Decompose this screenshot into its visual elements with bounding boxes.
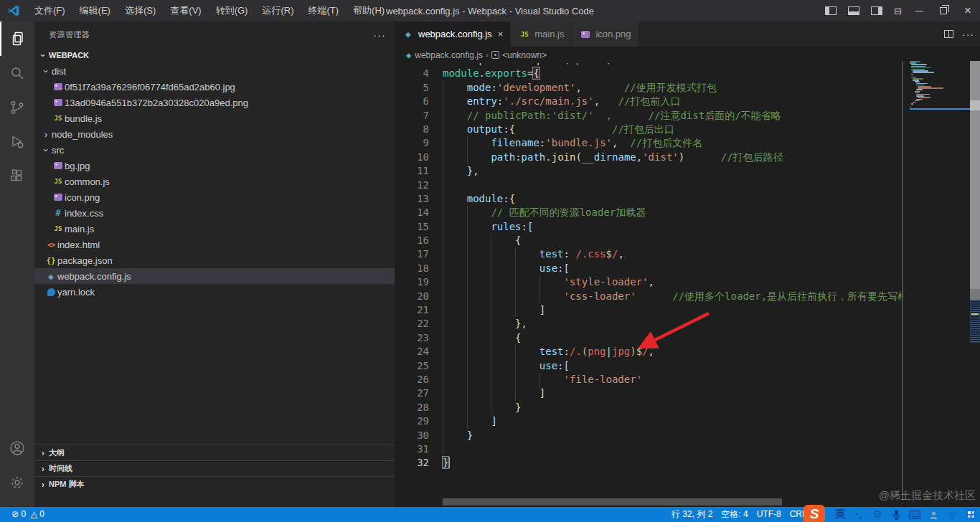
horizontal-scrollbar[interactable] (443, 498, 782, 506)
folder-item-node_modules[interactable]: ›node_modules (34, 126, 395, 142)
run-debug-icon[interactable] (0, 125, 34, 159)
menu-item-1[interactable]: 编辑(E) (72, 0, 118, 22)
code-line-10[interactable]: 10path:path.join(__dirname,'dist') //打包后… (395, 151, 903, 164)
ime-profile-icon[interactable] (924, 508, 943, 520)
file-item-13ad0946a551b372b2a30328c020a9ed.png[interactable]: 13ad0946a551b372b2a30328c020a9ed.png (34, 95, 395, 110)
code-line-12[interactable]: 12 (395, 179, 903, 192)
explorer-more-actions-icon[interactable]: ··· (373, 29, 386, 41)
scrollbar-handle[interactable] (970, 100, 980, 110)
source-control-icon[interactable] (0, 90, 34, 125)
indentation-status[interactable]: 空格: 4 (717, 507, 752, 522)
external-scrollbar[interactable] (970, 61, 980, 305)
minimize-button[interactable] (907, 0, 931, 22)
code-line-23[interactable]: 23{ (395, 331, 903, 345)
file-item-bundle.js[interactable]: JSbundle.js (34, 110, 395, 126)
search-icon[interactable] (0, 56, 34, 90)
file-item-webpack.config.js[interactable]: ◈webpack.config.js (34, 268, 395, 284)
workspace-root-header[interactable]: › WEBPACK (34, 47, 395, 63)
file-item-main.js[interactable]: JSmain.js (34, 221, 395, 237)
close-tab-icon[interactable]: × (498, 29, 504, 39)
file-item-0f51f7a39a76296f06774fd65ad2ab60.jpg[interactable]: 0f51f7a39a76296f06774fd65ad2ab60.jpg (34, 79, 395, 95)
code-editor[interactable]: 3const path = require('path')4module.exp… (395, 63, 903, 498)
close-button[interactable]: × (956, 0, 980, 22)
extensions-icon[interactable] (0, 159, 34, 194)
toggle-secondary-sidebar-icon[interactable] (871, 6, 882, 15)
code-line-13[interactable]: 13module:{ (395, 192, 903, 206)
tab-webpack.config.js[interactable]: ◈webpack.config.js× (395, 22, 511, 47)
item-label: 0f51f7a39a76296f06774fd65ad2ab60.jpg (65, 82, 235, 92)
code-line-18[interactable]: 18use:[ (395, 262, 903, 275)
account-icon[interactable] (0, 431, 34, 465)
split-editor-icon[interactable] (944, 30, 953, 38)
line-number: 17 (395, 247, 429, 261)
code-line-32[interactable]: 32} (395, 456, 903, 470)
ime-microphone-icon[interactable] (887, 508, 905, 521)
menu-item-5[interactable]: 运行(R) (255, 0, 301, 22)
maximize-button[interactable] (931, 0, 956, 22)
code-line-8[interactable]: 8output:{ //打包后出口 (395, 123, 903, 136)
file-item-package.json[interactable]: {}package.json (34, 252, 395, 268)
menu-item-0[interactable]: 文件(F) (27, 0, 72, 22)
code-line-6[interactable]: 6entry:'./src/main.js', //打包前入口 (395, 95, 903, 108)
file-item-yarn.lock[interactable]: yarn.lock (34, 284, 395, 300)
code-line-21[interactable]: 21] (395, 303, 903, 317)
code-line-15[interactable]: 15rules:[ (395, 220, 903, 234)
cursor-position-status[interactable]: 行 32, 列 2 (667, 507, 717, 522)
tab-main.js[interactable]: JSmain.js (511, 22, 572, 47)
code-line-31[interactable]: 31 (395, 442, 903, 456)
code-line-22[interactable]: 22}, (395, 317, 903, 331)
code-line-24[interactable]: 24test:/.(png|jpg)$/, (395, 345, 903, 359)
ime-toolbox-icon[interactable] (961, 508, 980, 521)
menu-item-2[interactable]: 选择(S) (118, 0, 163, 22)
code-line-14[interactable]: 14// 匹配不同的资源loader加载器 (395, 206, 903, 219)
code-line-5[interactable]: 5mode:'development', //使用开发模式打包 (395, 81, 903, 95)
customize-layout-icon[interactable]: ⊟ (894, 6, 901, 16)
ime-language-toggle[interactable]: 英 (831, 508, 849, 521)
ime-keyboard-icon[interactable] (905, 508, 924, 520)
code-line-28[interactable]: 28} (395, 401, 903, 414)
code-line-20[interactable]: 20'css-loader' //使用多个loader,是从后往前执行，所有要先… (395, 290, 903, 303)
code-line-11[interactable]: 11}, (395, 164, 903, 178)
menu-item-4[interactable]: 转到(G) (209, 0, 255, 22)
settings-gear-icon[interactable] (0, 465, 34, 500)
code-line-26[interactable]: 26'file-loader' (395, 373, 903, 386)
ime-punctuation-toggle[interactable]: ·, (849, 508, 868, 520)
tab-icon.png[interactable]: icon.png (572, 22, 639, 47)
code-line-17[interactable]: 17test: /.css$/, (395, 247, 903, 261)
menu-item-3[interactable]: 查看(V) (163, 0, 208, 22)
file-item-bg.jpg[interactable]: bg.jpg (34, 158, 395, 174)
code-line-7[interactable]: 7// publicPath:'dist/' , //注意dist后面的/不能省… (395, 109, 903, 123)
menu-item-6[interactable]: 终端(T) (301, 0, 346, 22)
breadcrumb-file[interactable]: webpack.config.js (415, 50, 483, 60)
file-item-index.css[interactable]: #index.css (34, 205, 395, 221)
ime-emoji-icon[interactable]: ☺ (868, 508, 887, 521)
code-line-30[interactable]: 30} (395, 429, 903, 442)
code-line-27[interactable]: 27] (395, 386, 903, 400)
panel-section-2[interactable]: ›NPM 脚本 (34, 476, 395, 492)
encoding-status[interactable]: UTF-8 (753, 507, 786, 522)
file-item-icon.png[interactable]: icon.png (34, 189, 395, 205)
panel-section-0[interactable]: ›大纲 (34, 445, 395, 460)
folder-item-src[interactable]: ›src (34, 142, 395, 158)
file-item-index.html[interactable]: <>index.html (34, 237, 395, 252)
sogou-logo-icon[interactable]: S (804, 505, 825, 522)
explorer-icon[interactable] (0, 22, 34, 56)
file-item-common.js[interactable]: JScommon.js (34, 174, 395, 189)
ime-skin-icon[interactable] (943, 508, 961, 520)
code-line-25[interactable]: 25use:[ (395, 359, 903, 373)
code-line-16[interactable]: 16{ (395, 234, 903, 247)
code-line-19[interactable]: 19'style-loader', (395, 275, 903, 289)
breadcrumb-symbol[interactable]: <unknown> (502, 50, 547, 60)
code-line-9[interactable]: 9filename:'bundle.js', //打包后文件名 (395, 136, 903, 150)
folder-item-dist[interactable]: ›dist (34, 63, 395, 79)
panel-section-1[interactable]: ›时间线 (34, 460, 395, 476)
toggle-panel-icon[interactable] (848, 6, 859, 15)
code-line-29[interactable]: 29] (395, 414, 903, 428)
toggle-sidebar-icon[interactable] (825, 6, 837, 15)
breadcrumb[interactable]: ◈ webpack.config.js › <unknown> (395, 47, 980, 63)
code-line-4[interactable]: 4module.exports={ (395, 67, 903, 80)
status-bar: ⊘ 0 △ 0 行 32, 列 2 空格: 4 UTF-8 CRLF S 英 ·… (0, 507, 980, 522)
menu-item-7[interactable]: 帮助(H) (346, 0, 392, 22)
problems-status[interactable]: ⊘ 0 △ 0 (7, 507, 49, 522)
editor-more-actions-icon[interactable]: ··· (962, 29, 974, 40)
